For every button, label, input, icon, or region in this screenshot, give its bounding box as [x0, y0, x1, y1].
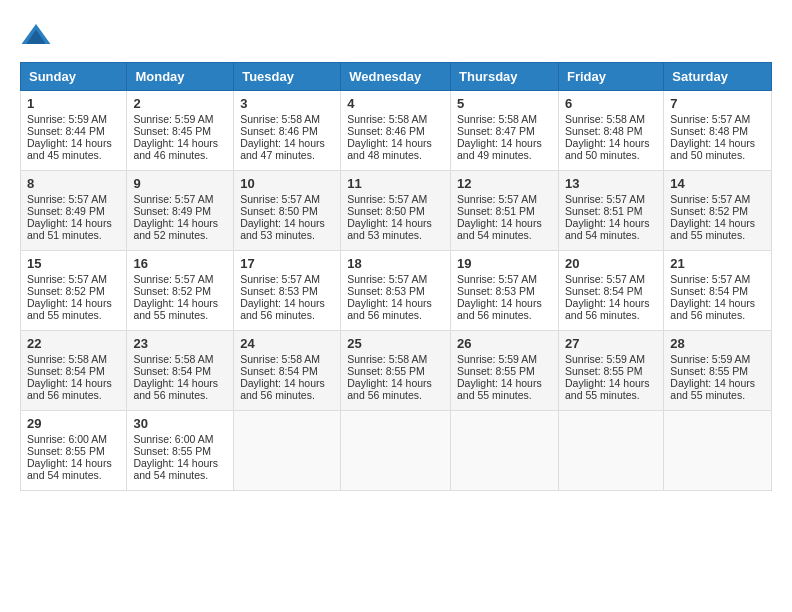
- sunrise-label: Sunrise: 5:57 AM: [670, 113, 750, 125]
- day-number: 1: [27, 96, 120, 111]
- sunset-label: Sunset: 8:44 PM: [27, 125, 105, 137]
- daylight-minutes: and 50 minutes.: [565, 149, 640, 161]
- daylight-label: Daylight: 14 hours: [133, 297, 218, 309]
- calendar-cell: 17Sunrise: 5:57 AMSunset: 8:53 PMDayligh…: [234, 251, 341, 331]
- day-number: 9: [133, 176, 227, 191]
- daylight-minutes: and 56 minutes.: [133, 389, 208, 401]
- day-number: 27: [565, 336, 657, 351]
- daylight-minutes: and 56 minutes.: [457, 309, 532, 321]
- calendar-cell: 5Sunrise: 5:58 AMSunset: 8:47 PMDaylight…: [451, 91, 559, 171]
- sunset-label: Sunset: 8:55 PM: [347, 365, 425, 377]
- calendar-cell: 1Sunrise: 5:59 AMSunset: 8:44 PMDaylight…: [21, 91, 127, 171]
- sunrise-label: Sunrise: 5:58 AM: [347, 353, 427, 365]
- sunrise-label: Sunrise: 6:00 AM: [27, 433, 107, 445]
- day-number: 10: [240, 176, 334, 191]
- sunrise-label: Sunrise: 5:58 AM: [240, 113, 320, 125]
- daylight-label: Daylight: 14 hours: [670, 377, 755, 389]
- sunset-label: Sunset: 8:52 PM: [670, 205, 748, 217]
- daylight-label: Daylight: 14 hours: [240, 297, 325, 309]
- sunrise-label: Sunrise: 5:57 AM: [457, 193, 537, 205]
- day-number: 22: [27, 336, 120, 351]
- sunrise-label: Sunrise: 5:58 AM: [565, 113, 645, 125]
- daylight-minutes: and 45 minutes.: [27, 149, 102, 161]
- day-number: 11: [347, 176, 444, 191]
- day-header-wednesday: Wednesday: [341, 63, 451, 91]
- calendar-cell: 21Sunrise: 5:57 AMSunset: 8:54 PMDayligh…: [664, 251, 772, 331]
- sunrise-label: Sunrise: 5:59 AM: [670, 353, 750, 365]
- sunrise-label: Sunrise: 5:57 AM: [670, 273, 750, 285]
- day-number: 17: [240, 256, 334, 271]
- calendar-cell: [558, 411, 663, 491]
- calendar-cell: 8Sunrise: 5:57 AMSunset: 8:49 PMDaylight…: [21, 171, 127, 251]
- day-number: 20: [565, 256, 657, 271]
- daylight-label: Daylight: 14 hours: [347, 217, 432, 229]
- day-number: 13: [565, 176, 657, 191]
- daylight-label: Daylight: 14 hours: [670, 217, 755, 229]
- calendar-cell: 4Sunrise: 5:58 AMSunset: 8:46 PMDaylight…: [341, 91, 451, 171]
- daylight-minutes: and 56 minutes.: [240, 389, 315, 401]
- day-header-friday: Friday: [558, 63, 663, 91]
- daylight-minutes: and 56 minutes.: [27, 389, 102, 401]
- day-number: 23: [133, 336, 227, 351]
- calendar-cell: 10Sunrise: 5:57 AMSunset: 8:50 PMDayligh…: [234, 171, 341, 251]
- sunset-label: Sunset: 8:55 PM: [133, 445, 211, 457]
- sunset-label: Sunset: 8:54 PM: [670, 285, 748, 297]
- daylight-label: Daylight: 14 hours: [240, 377, 325, 389]
- day-number: 26: [457, 336, 552, 351]
- calendar-cell: 15Sunrise: 5:57 AMSunset: 8:52 PMDayligh…: [21, 251, 127, 331]
- sunrise-label: Sunrise: 5:59 AM: [27, 113, 107, 125]
- calendar-cell: 6Sunrise: 5:58 AMSunset: 8:48 PMDaylight…: [558, 91, 663, 171]
- sunset-label: Sunset: 8:46 PM: [347, 125, 425, 137]
- calendar-cell: 9Sunrise: 5:57 AMSunset: 8:49 PMDaylight…: [127, 171, 234, 251]
- sunset-label: Sunset: 8:50 PM: [347, 205, 425, 217]
- calendar-cell: 23Sunrise: 5:58 AMSunset: 8:54 PMDayligh…: [127, 331, 234, 411]
- sunrise-label: Sunrise: 5:57 AM: [347, 193, 427, 205]
- calendar-cell: [664, 411, 772, 491]
- daylight-minutes: and 53 minutes.: [347, 229, 422, 241]
- sunrise-label: Sunrise: 5:57 AM: [133, 193, 213, 205]
- calendar-header-row: SundayMondayTuesdayWednesdayThursdayFrid…: [21, 63, 772, 91]
- page-header: [20, 20, 772, 52]
- daylight-label: Daylight: 14 hours: [133, 457, 218, 469]
- sunset-label: Sunset: 8:54 PM: [240, 365, 318, 377]
- daylight-label: Daylight: 14 hours: [240, 217, 325, 229]
- daylight-label: Daylight: 14 hours: [27, 297, 112, 309]
- day-number: 12: [457, 176, 552, 191]
- sunset-label: Sunset: 8:54 PM: [133, 365, 211, 377]
- sunset-label: Sunset: 8:55 PM: [27, 445, 105, 457]
- daylight-minutes: and 50 minutes.: [670, 149, 745, 161]
- sunrise-label: Sunrise: 5:57 AM: [457, 273, 537, 285]
- day-number: 18: [347, 256, 444, 271]
- day-header-sunday: Sunday: [21, 63, 127, 91]
- day-header-thursday: Thursday: [451, 63, 559, 91]
- day-number: 15: [27, 256, 120, 271]
- daylight-label: Daylight: 14 hours: [670, 297, 755, 309]
- sunset-label: Sunset: 8:53 PM: [457, 285, 535, 297]
- calendar-cell: 14Sunrise: 5:57 AMSunset: 8:52 PMDayligh…: [664, 171, 772, 251]
- daylight-minutes: and 54 minutes.: [133, 469, 208, 481]
- daylight-minutes: and 49 minutes.: [457, 149, 532, 161]
- sunset-label: Sunset: 8:46 PM: [240, 125, 318, 137]
- sunrise-label: Sunrise: 5:59 AM: [457, 353, 537, 365]
- daylight-minutes: and 55 minutes.: [670, 229, 745, 241]
- daylight-minutes: and 55 minutes.: [670, 389, 745, 401]
- daylight-label: Daylight: 14 hours: [347, 137, 432, 149]
- day-number: 7: [670, 96, 765, 111]
- sunrise-label: Sunrise: 5:58 AM: [133, 353, 213, 365]
- daylight-label: Daylight: 14 hours: [670, 137, 755, 149]
- calendar-cell: 24Sunrise: 5:58 AMSunset: 8:54 PMDayligh…: [234, 331, 341, 411]
- sunrise-label: Sunrise: 5:57 AM: [240, 273, 320, 285]
- sunset-label: Sunset: 8:52 PM: [133, 285, 211, 297]
- daylight-minutes: and 56 minutes.: [347, 309, 422, 321]
- sunset-label: Sunset: 8:54 PM: [565, 285, 643, 297]
- sunset-label: Sunset: 8:49 PM: [27, 205, 105, 217]
- sunset-label: Sunset: 8:51 PM: [565, 205, 643, 217]
- day-number: 25: [347, 336, 444, 351]
- day-number: 2: [133, 96, 227, 111]
- daylight-minutes: and 51 minutes.: [27, 229, 102, 241]
- sunset-label: Sunset: 8:55 PM: [457, 365, 535, 377]
- calendar-cell: 20Sunrise: 5:57 AMSunset: 8:54 PMDayligh…: [558, 251, 663, 331]
- sunset-label: Sunset: 8:50 PM: [240, 205, 318, 217]
- sunset-label: Sunset: 8:48 PM: [565, 125, 643, 137]
- day-number: 24: [240, 336, 334, 351]
